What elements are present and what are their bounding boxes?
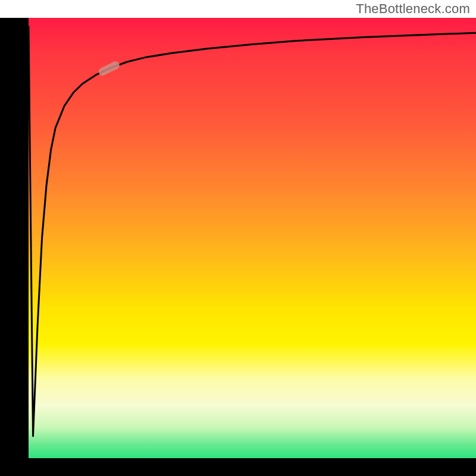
attribution-label: TheBottleneck.com	[356, 1, 470, 17]
axis-left-frame	[0, 18, 29, 458]
axis-bottom-frame	[0, 458, 476, 476]
chart-stage: TheBottleneck.com	[0, 0, 476, 476]
plot-area	[29, 18, 476, 458]
